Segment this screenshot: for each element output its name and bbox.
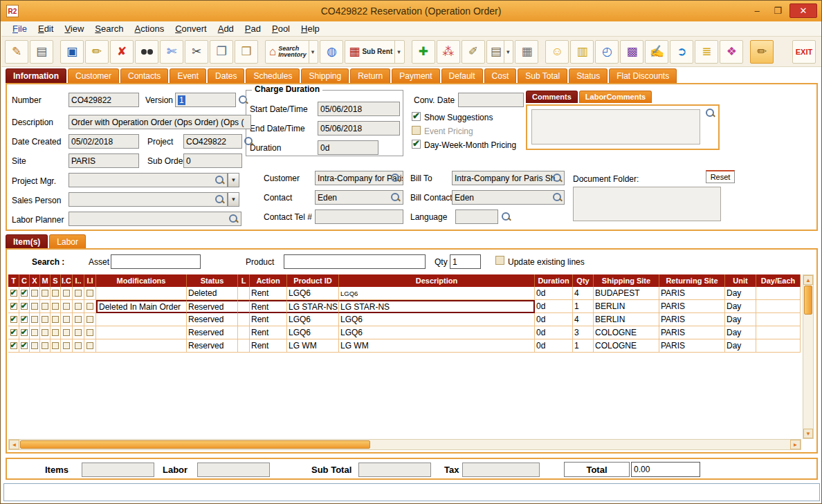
menu-item-search[interactable]: Search — [89, 22, 129, 35]
row-checkbox-i1[interactable] — [75, 290, 82, 297]
cell-t[interactable] — [8, 313, 19, 326]
cell-t[interactable] — [8, 287, 19, 300]
search-inventory-dropdown-icon[interactable]: ▾ — [309, 41, 315, 63]
row-checkbox-x[interactable] — [31, 329, 38, 336]
cell-ii[interactable] — [84, 339, 96, 353]
product-input[interactable] — [284, 254, 426, 269]
cell-x[interactable] — [30, 326, 40, 339]
sales-person-search-icon[interactable] — [214, 194, 225, 205]
cell-shipping-site[interactable]: COLOGNE — [594, 326, 659, 339]
cell-day-each[interactable] — [756, 326, 801, 339]
bill-contact-search-icon[interactable] — [552, 192, 563, 203]
qty-input[interactable]: 1 — [450, 254, 481, 269]
delete-button[interactable]: ✘ — [110, 40, 134, 64]
add-item-button[interactable]: ✚ — [412, 40, 435, 64]
update-existing-lines-checkbox[interactable] — [495, 256, 504, 265]
bill-contact-field[interactable]: Eden — [452, 190, 565, 205]
cell-c[interactable] — [19, 313, 30, 326]
cell-product-id[interactable]: LG WM — [287, 339, 339, 353]
version-field[interactable]: 1 — [175, 93, 236, 107]
cell-c[interactable] — [19, 339, 30, 353]
row-checkbox-c[interactable] — [21, 316, 28, 323]
cell-day-each[interactable] — [756, 287, 801, 300]
row-checkbox-i1[interactable] — [75, 342, 82, 349]
cell-l[interactable] — [238, 339, 250, 353]
cell-m[interactable] — [40, 313, 51, 326]
cell-ii[interactable] — [84, 313, 96, 326]
cell-shipping-site[interactable]: BERLIN — [594, 300, 659, 313]
cell-x[interactable] — [30, 287, 40, 300]
project-mgr-field[interactable] — [68, 173, 228, 187]
row-checkbox-i1[interactable] — [75, 329, 82, 336]
header-unit[interactable]: Unit — [725, 274, 756, 287]
row-checkbox-t[interactable] — [10, 342, 17, 349]
cell-returning-site[interactable]: PARIS — [659, 339, 725, 353]
cell-duration[interactable]: 0d — [535, 313, 573, 326]
header-i1[interactable]: I.. — [73, 274, 84, 287]
header-ii[interactable]: I.I — [84, 274, 96, 287]
cell-qty[interactable]: 4 — [573, 313, 594, 326]
table-row[interactable]: Reserved Rent LGQ6 LGQ6 0d 3 COLOGNE PAR… — [8, 326, 801, 339]
cell-returning-site[interactable]: PARIS — [659, 326, 725, 339]
cell-s[interactable] — [51, 326, 61, 339]
header-x[interactable]: X — [30, 274, 40, 287]
row-checkbox-t[interactable] — [10, 316, 17, 323]
cell-x[interactable] — [30, 300, 40, 313]
cell-i1[interactable] — [73, 339, 84, 353]
labor-planner-field[interactable] — [68, 212, 241, 226]
header-day-each[interactable]: Day/Each — [756, 274, 801, 287]
cell-action[interactable]: Rent — [250, 300, 287, 313]
comments-textarea[interactable] — [531, 109, 700, 144]
labor-planner-search-icon[interactable] — [228, 214, 239, 224]
date-created-field[interactable]: 05/02/2018 — [68, 134, 139, 149]
exit-button[interactable]: EXIT — [792, 40, 816, 64]
vertical-scroll-thumb[interactable] — [804, 286, 812, 315]
cell-m[interactable] — [40, 339, 51, 353]
cell-unit[interactable]: Day — [725, 326, 756, 339]
bill-to-search-icon[interactable] — [552, 173, 563, 183]
sub-orders-field[interactable]: 0 — [183, 153, 242, 168]
row-checkbox-i1[interactable] — [75, 303, 82, 310]
reset-button[interactable]: Reset — [706, 170, 735, 183]
cell-c[interactable] — [19, 287, 30, 300]
cell-ic[interactable] — [61, 313, 73, 326]
row-checkbox-x[interactable] — [31, 303, 38, 310]
site-field[interactable]: PARIS — [68, 153, 139, 168]
table-row[interactable]: Reserved Rent LGQ6 LGQ6 0d 4 BERLIN PARI… — [8, 313, 801, 326]
header-ic[interactable]: I.C — [61, 274, 73, 287]
tab-items[interactable]: Item(s) — [6, 234, 48, 250]
cell-product-id[interactable]: LG STAR-NS — [287, 300, 339, 313]
header-m[interactable]: M — [40, 274, 51, 287]
row-checkbox-m[interactable] — [42, 329, 48, 336]
header-action[interactable]: Action — [250, 274, 287, 287]
cell-ic[interactable] — [61, 326, 73, 339]
scroll-right-button[interactable]: ► — [790, 440, 801, 449]
cell-day-each[interactable] — [756, 313, 801, 326]
document-folder-box[interactable] — [573, 187, 721, 221]
cell-s[interactable] — [51, 300, 61, 313]
cell-m[interactable] — [40, 326, 51, 339]
menu-item-help[interactable]: Help — [295, 22, 325, 35]
cell-c[interactable] — [19, 326, 30, 339]
paste-button[interactable]: ❒ — [235, 40, 258, 64]
row-checkbox-ii[interactable] — [86, 303, 93, 310]
cell-t[interactable] — [8, 326, 19, 339]
dwm-pricing-checkbox[interactable] — [412, 140, 421, 149]
cell-duration[interactable]: 0d — [535, 326, 573, 339]
print-button[interactable]: ▤ — [30, 40, 53, 64]
cell-x[interactable] — [30, 313, 40, 326]
cell-i1[interactable] — [73, 300, 84, 313]
conv-date-field[interactable] — [458, 93, 524, 107]
header-t[interactable]: T — [8, 274, 19, 287]
cell-returning-site[interactable]: PARIS — [659, 300, 725, 313]
tab-shipping[interactable]: Shipping — [301, 68, 349, 84]
end-date-field[interactable]: 05/06/2018 — [318, 121, 400, 136]
cell-modifications[interactable] — [96, 287, 187, 300]
start-date-field[interactable]: 05/06/2018 — [318, 102, 400, 116]
menu-item-pool[interactable]: Pool — [266, 22, 295, 35]
cell-status[interactable]: Reserved — [187, 313, 238, 326]
contact-search-icon[interactable] — [390, 192, 401, 203]
cell-product-id[interactable]: LGQ6 — [287, 287, 339, 300]
row-checkbox-ic[interactable] — [63, 329, 70, 336]
tab-contacts[interactable]: Contacts — [120, 68, 168, 84]
